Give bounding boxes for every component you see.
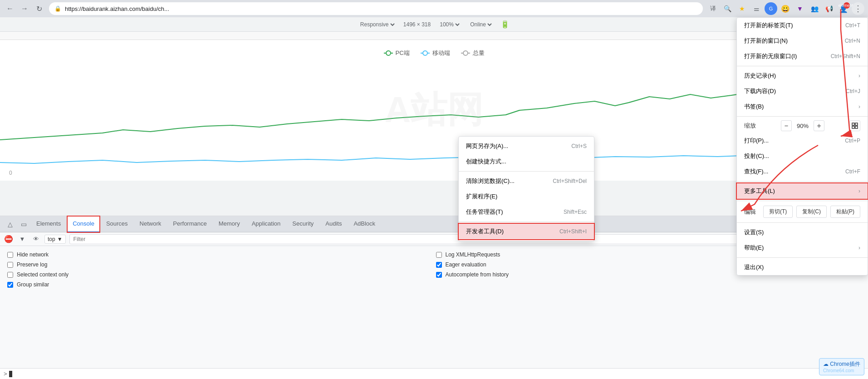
chrome-divider-3 <box>737 181 868 182</box>
refresh-button[interactable]: ↻ <box>33 2 45 15</box>
eye-button[interactable]: 👁 <box>31 234 41 244</box>
zoom-select[interactable]: 100% <box>438 21 461 28</box>
console-filter-input[interactable] <box>69 234 810 244</box>
console-cursor <box>9 371 12 377</box>
context-selector[interactable]: top ▼ <box>44 235 66 244</box>
group-similar-label: Group similar <box>17 281 49 288</box>
devtools-left-icons: △ ▭ <box>4 218 30 231</box>
toggle-filter-button[interactable]: ▼ <box>17 234 27 244</box>
preserve-log-label: Preserve log <box>17 261 47 268</box>
zoom-in-button[interactable]: ＋ <box>814 120 824 131</box>
menu-task-manager[interactable]: 任务管理器(T) Shift+Esc <box>459 204 594 220</box>
paste-button[interactable]: 粘贴(P) <box>830 206 860 218</box>
setting-group-similar: Group similar <box>7 281 432 288</box>
tab-console[interactable]: Console <box>67 216 100 232</box>
profile-button[interactable]: 👤 elements <box>837 2 850 15</box>
tab-memory[interactable]: Memory <box>213 216 245 232</box>
lock-icon: 🔒 <box>54 5 61 12</box>
chrome-menu-history[interactable]: 历史记录(H) › <box>737 68 868 84</box>
tab-performance[interactable]: Performance <box>167 216 212 232</box>
menu-divider-1 <box>459 171 594 172</box>
tab-application[interactable]: Application <box>246 216 286 232</box>
log-xml-label: Log XMLHttpRequests <box>446 251 500 258</box>
selected-context-label: Selected context only <box>17 271 69 278</box>
browser-top-bar: ← → ↻ 🔒 https://baidurank.aizhan.com/bai… <box>0 0 868 17</box>
chrome-divider-1 <box>737 66 868 66</box>
bookmark-manager-button[interactable]: ⚌ <box>750 2 763 15</box>
no-throttle-icon: 🔋 <box>500 20 510 29</box>
ext3-button[interactable]: ▼ <box>794 2 806 15</box>
chrome-menu-settings[interactable]: 设置(S) <box>737 225 868 240</box>
cut-button[interactable]: 剪切(T) <box>763 206 793 218</box>
device-mode-button[interactable]: ▭ <box>17 218 30 231</box>
svg-rect-1 <box>855 123 858 125</box>
ext5-button[interactable]: 📢 <box>823 2 835 15</box>
tab-sources[interactable]: Sources <box>101 216 133 232</box>
chrome-menu-print[interactable]: 打印(P)... Ctrl+P <box>737 133 868 148</box>
bookmark-button[interactable]: ★ <box>736 2 748 15</box>
menu-button[interactable]: ⋮ <box>852 2 864 15</box>
forward-button[interactable]: → <box>18 2 31 15</box>
log-xml-checkbox[interactable] <box>436 252 442 258</box>
hide-network-checkbox[interactable] <box>7 252 13 258</box>
chrome-divider-2 <box>737 116 868 117</box>
zoom-controls: － 90% ＋ <box>781 120 824 131</box>
svg-rect-2 <box>852 126 854 128</box>
tab-adblock[interactable]: AdBlock <box>348 216 381 232</box>
chrome-menu-more-tools[interactable]: 更多工具(L) › <box>737 183 868 199</box>
chrome-divider-5 <box>737 222 868 223</box>
zoom-label: 缩放 <box>744 122 756 130</box>
chrome-menu-cast[interactable]: 投射(C)... <box>737 148 868 164</box>
translate-button[interactable]: 译 <box>706 2 719 15</box>
menu-extensions[interactable]: 扩展程序(E) <box>459 189 594 204</box>
chrome-menu-help[interactable]: 帮助(E) › <box>737 240 868 256</box>
ext1-button[interactable]: G <box>765 2 777 15</box>
back-button[interactable]: ← <box>4 2 16 15</box>
chrome-menu-downloads[interactable]: 下载内容(D) Ctrl+J <box>737 84 868 99</box>
browser-toolbar-right: 译 🔍 ★ ⚌ G 😀 ▼ 👥 📢 👤 elements ⋮ <box>706 2 864 15</box>
autocomplete-checkbox[interactable] <box>436 272 442 278</box>
clear-console-button[interactable]: ⛔ <box>4 234 14 244</box>
console-input-area: > <box>0 368 868 379</box>
chrome-divider-6 <box>737 257 868 258</box>
zero-label: 0 <box>9 170 12 176</box>
context-label: top <box>48 236 55 242</box>
tab-audits[interactable]: Audits <box>320 216 347 232</box>
responsive-select[interactable]: Responsive <box>358 21 396 28</box>
preserve-log-checkbox[interactable] <box>7 262 13 268</box>
menu-clear-data[interactable]: 清除浏览数据(C)... Ctrl+Shift+Del <box>459 173 594 189</box>
menu-create-shortcut[interactable]: 创建快捷方式... <box>459 154 594 169</box>
menu-save-as[interactable]: 网页另存为(A)... Ctrl+S <box>459 138 594 154</box>
tab-elements[interactable]: Elements <box>31 216 66 232</box>
address-bar[interactable]: 🔒 https://baidurank.aizhan.com/baidu/ch.… <box>49 2 703 15</box>
ext2-button[interactable]: 😀 <box>779 2 792 15</box>
chrome-menu-new-tab[interactable]: 打开新的标签页(T) Ctrl+T <box>737 18 868 33</box>
menu-devtools[interactable]: 开发者工具(D) Ctrl+Shift+I <box>459 224 594 239</box>
tab-security[interactable]: Security <box>287 216 319 232</box>
selected-context-checkbox[interactable] <box>7 272 13 278</box>
eager-eval-checkbox[interactable] <box>436 262 442 268</box>
notification-badge: elements <box>843 2 850 9</box>
inspect-element-button[interactable]: △ <box>4 218 16 231</box>
online-select[interactable]: Online <box>468 21 493 28</box>
bottom-watermark: ☁ Chrome插件 Chrome64.com <box>819 358 864 375</box>
group-similar-checkbox[interactable] <box>7 282 13 288</box>
ext4-button[interactable]: 👥 <box>808 2 821 15</box>
zoom-out-button[interactable]: － <box>781 120 792 131</box>
console-prompt: > <box>4 370 7 377</box>
tab-network[interactable]: Network <box>134 216 167 232</box>
dimensions-display: 1496 × 318 <box>403 21 431 28</box>
nav-buttons: ← → ↻ <box>4 2 45 15</box>
chrome-menu-incognito[interactable]: 打开新的无痕窗口(I) Ctrl+Shift+N <box>737 49 868 64</box>
chrome-menu-exit[interactable]: 退出(X) <box>737 260 868 275</box>
svg-rect-3 <box>855 126 858 128</box>
context-dropdown-icon: ▼ <box>57 236 63 242</box>
chrome-menu-find[interactable]: 查找(F)... Ctrl+F <box>737 164 868 179</box>
zoom-row: 缩放 － 90% ＋ <box>737 118 868 133</box>
chrome-menu-new-window[interactable]: 打开新的窗口(N) Ctrl+N <box>737 33 868 49</box>
search-button[interactable]: 🔍 <box>721 2 734 15</box>
zoom-value: 90% <box>795 123 810 129</box>
fullscreen-button[interactable] <box>849 120 860 131</box>
copy-button[interactable]: 复制(C) <box>796 206 827 218</box>
chrome-menu-bookmarks[interactable]: 书签(B) › <box>737 99 868 114</box>
